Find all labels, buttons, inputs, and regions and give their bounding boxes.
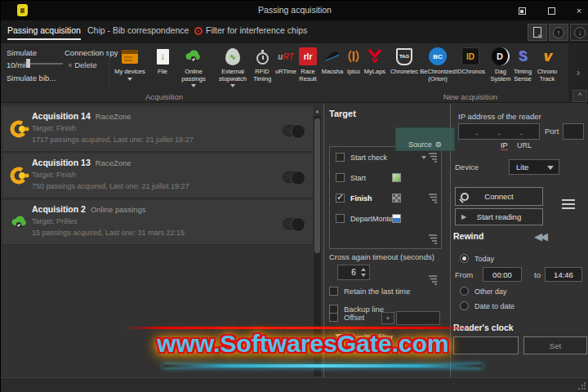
- radio[interactable]: [460, 301, 469, 310]
- signal-icon: [428, 152, 438, 163]
- spinner-up-icon[interactable]: [361, 268, 366, 271]
- to-label: to: [534, 270, 541, 279]
- connect-button[interactable]: Connect: [455, 187, 543, 206]
- tab-filter-interference-chips[interactable]: Filter for interference chips: [194, 25, 307, 35]
- checkbox[interactable]: [336, 214, 345, 223]
- checkbox[interactable]: [329, 313, 338, 322]
- ribbon-bechronized[interactable]: BC BeChronized (Orion): [417, 47, 458, 100]
- rewind-icon[interactable]: ◀◀: [534, 230, 546, 243]
- ribbon-chrono-track[interactable]: V Chrono Track: [532, 47, 563, 100]
- acquisition-row-14[interactable]: Acquisition 14RaceZone Target: Finish 17…: [2, 107, 313, 152]
- tab-passing-acquisition[interactable]: Passing acquisition: [7, 25, 81, 40]
- play-icon: ▶: [461, 213, 466, 220]
- tab-bar: Passing acquisition Chip - Bib correspon…: [1, 20, 588, 43]
- ribbon-online-passings[interactable]: Online passings: [174, 47, 213, 100]
- tab-chip-bib-correspondence[interactable]: Chip - Bib correspondence: [87, 25, 189, 35]
- macsha-logo: [323, 47, 342, 66]
- checkbox-checked[interactable]: [336, 194, 345, 203]
- acquisition-row-2[interactable]: Acquisition 2Online passings Target: Prê…: [2, 200, 313, 245]
- source-box[interactable]: Source⚙: [395, 127, 455, 151]
- timeout-spinner[interactable]: 6: [337, 265, 370, 280]
- checkpoint-row-finish[interactable]: Finish: [330, 188, 441, 208]
- departmontee-icon: [392, 214, 401, 223]
- chronotrack-logo: V: [543, 50, 551, 64]
- other-day-radio[interactable]: Other day: [460, 287, 507, 296]
- watermark-text: www.SoftwaresGate.com: [99, 330, 507, 358]
- rate-slider[interactable]: [25, 63, 63, 65]
- title-bar: Passing acquisition ×: [1, 1, 588, 20]
- today-radio[interactable]: Today: [460, 254, 494, 263]
- rewind-title: Rewind: [453, 231, 483, 241]
- acquisition-toggle[interactable]: [283, 172, 305, 183]
- simulate-bib-button[interactable]: Simulate bib...: [7, 74, 56, 82]
- connector-icon: [461, 193, 469, 201]
- ribbon-mylaps[interactable]: MyLaps: [360, 47, 390, 100]
- gear-icon[interactable]: ⚙: [435, 140, 442, 149]
- delete-button[interactable]: × Delete: [68, 60, 97, 69]
- maximize-button[interactable]: [541, 3, 561, 18]
- checkpoint-row-departmontee[interactable]: DepartMontee: [330, 208, 441, 229]
- set-button[interactable]: Set: [523, 336, 587, 354]
- connection-spy-label[interactable]: Connection spy: [65, 48, 118, 57]
- online-cloud-icon: [9, 212, 30, 232]
- scrollbar-up-icon[interactable]: ▴: [314, 105, 321, 116]
- to-time-input[interactable]: 14:46: [545, 267, 582, 282]
- date-to-date-radio[interactable]: Date to date: [460, 301, 514, 310]
- restore-icon: [519, 7, 526, 15]
- offset-option[interactable]: Offset: [329, 313, 364, 322]
- signal-icon: [428, 274, 438, 285]
- download-button[interactable]: ↓: [570, 24, 588, 41]
- scrollbar-thumb[interactable]: [314, 118, 320, 253]
- upload-button[interactable]: ↑: [549, 24, 568, 41]
- offset-input[interactable]: [396, 311, 440, 325]
- racezone-icon: [10, 119, 29, 139]
- ribbon-idchronos[interactable]: ID IDChronos: [453, 47, 488, 100]
- timeout-label: Cross again timeout (seconds): [329, 252, 434, 261]
- from-time-input[interactable]: 00:00: [483, 267, 522, 282]
- acquisition-toggle[interactable]: [283, 125, 305, 136]
- rate-slider-knob[interactable]: [26, 59, 30, 68]
- ribbon-file[interactable]: ↓ File: [148, 47, 177, 100]
- acquisition-toggle[interactable]: [283, 218, 305, 229]
- checkbox[interactable]: [329, 287, 338, 296]
- retain-last-time-option[interactable]: Retain the last time: [329, 287, 410, 296]
- ip-address-label: IP address of the reader: [458, 112, 541, 121]
- start-flag-icon: [392, 173, 401, 182]
- radio-selected[interactable]: [460, 254, 469, 263]
- target-icon: [194, 27, 203, 35]
- radio[interactable]: [460, 287, 469, 296]
- ribbon-my-devices[interactable]: My devices: [112, 47, 148, 100]
- acquisition-stats: 15 passings acquired, Last one: 31 mars …: [32, 229, 185, 237]
- export-report-button[interactable]: [528, 24, 547, 41]
- ribbon-separator: [109, 45, 109, 87]
- checkpoint-row-start[interactable]: Start: [330, 167, 441, 188]
- ribbon-collapse-button[interactable]: ^: [572, 90, 587, 102]
- bechronized-logo: BC: [429, 47, 447, 65]
- mode-ip[interactable]: IP: [501, 141, 508, 150]
- chevron-down-icon: [230, 84, 235, 87]
- port-input[interactable]: [563, 123, 584, 140]
- target-panel-title: Target: [329, 109, 356, 118]
- ip-input[interactable]: . . .: [458, 123, 540, 140]
- resize-grip[interactable]: [577, 382, 586, 390]
- checkbox[interactable]: [336, 173, 345, 182]
- simulate-label[interactable]: Simulate: [7, 48, 37, 57]
- menu-icon[interactable]: [562, 199, 575, 209]
- idchronos-logo: ID: [461, 47, 479, 65]
- chevron-down-icon: [127, 78, 132, 81]
- acquisition-row-13[interactable]: Acquisition 13RaceZone Target: Finish 75…: [2, 154, 313, 198]
- restore-button[interactable]: [512, 3, 532, 18]
- ribbon: Simulate Connection spy 10/min × Delete …: [1, 43, 588, 103]
- devices-icon: [122, 50, 138, 64]
- start-reading-button[interactable]: ▶ Start reading: [455, 208, 543, 225]
- offset-plus-dropdown[interactable]: +: [381, 312, 394, 324]
- mode-url[interactable]: URL: [517, 141, 532, 149]
- device-dropdown[interactable]: Lite: [509, 159, 559, 175]
- arrow-down-icon: ↓: [574, 27, 586, 38]
- spinner-down-icon[interactable]: [361, 274, 366, 277]
- chevron-down-icon[interactable]: [421, 156, 426, 159]
- close-button[interactable]: ×: [569, 3, 588, 18]
- maximize-icon: [548, 7, 555, 15]
- racezone-icon: [10, 166, 29, 185]
- checkbox[interactable]: [336, 153, 345, 162]
